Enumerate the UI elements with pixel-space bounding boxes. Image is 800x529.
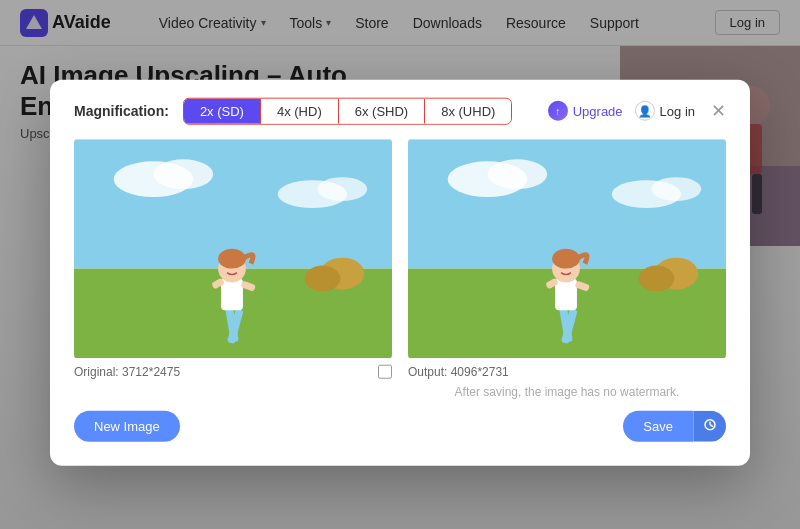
output-image-panel: Output: 4096*2731 After saving, the imag… xyxy=(408,138,726,398)
original-image-info: Original: 3712*2475 xyxy=(74,364,392,378)
upgrade-button[interactable]: ↑ Upgrade xyxy=(548,101,623,121)
svg-rect-17 xyxy=(221,278,243,310)
modal: Magnification: 2x (SD) 4x (HD) 6x (SHD) … xyxy=(50,79,750,465)
svg-point-21 xyxy=(218,248,246,268)
svg-point-9 xyxy=(154,159,214,189)
clock-icon xyxy=(704,418,716,430)
mag-4x-button[interactable]: 4x (HD) xyxy=(261,98,339,123)
output-size-label: Output: 4096*2731 xyxy=(408,364,509,378)
upgrade-icon: ↑ xyxy=(548,101,568,121)
original-size-label: Original: 3712*2475 xyxy=(74,364,180,378)
svg-line-39 xyxy=(710,424,713,426)
output-image xyxy=(408,138,726,358)
mag-8x-button[interactable]: 8x (UHD) xyxy=(425,98,511,123)
mag-2x-button[interactable]: 2x (SD) xyxy=(184,98,261,123)
watermark-note: After saving, the image has no watermark… xyxy=(408,384,726,398)
save-button[interactable]: Save xyxy=(623,410,693,441)
magnification-label: Magnification: xyxy=(74,103,169,119)
modal-login-button[interactable]: 👤 Log in xyxy=(635,101,695,121)
svg-point-14 xyxy=(305,265,341,291)
modal-footer: New Image Save xyxy=(74,410,726,441)
close-button[interactable]: ✕ xyxy=(711,102,726,120)
header-right: ↑ Upgrade 👤 Log in ✕ xyxy=(548,101,726,121)
svg-point-26 xyxy=(651,177,701,201)
svg-rect-32 xyxy=(555,278,577,310)
original-image xyxy=(74,138,392,358)
mag-6x-button[interactable]: 6x (SHD) xyxy=(339,98,425,123)
user-avatar-icon: 👤 xyxy=(635,101,655,121)
output-image-info: Output: 4096*2731 xyxy=(408,364,726,378)
expand-icon[interactable] xyxy=(378,364,392,378)
svg-point-24 xyxy=(488,159,548,189)
svg-point-29 xyxy=(639,265,675,291)
svg-point-36 xyxy=(552,248,580,268)
modal-header: Magnification: 2x (SD) 4x (HD) 6x (SHD) … xyxy=(74,97,726,124)
save-dropdown-button[interactable] xyxy=(693,410,726,441)
new-image-button[interactable]: New Image xyxy=(74,410,180,441)
save-group: Save xyxy=(623,410,726,441)
svg-point-11 xyxy=(317,177,367,201)
images-row: Original: 3712*2475 xyxy=(74,138,726,398)
magnification-options: 2x (SD) 4x (HD) 6x (SHD) 8x (UHD) xyxy=(183,97,512,124)
original-image-panel: Original: 3712*2475 xyxy=(74,138,392,398)
